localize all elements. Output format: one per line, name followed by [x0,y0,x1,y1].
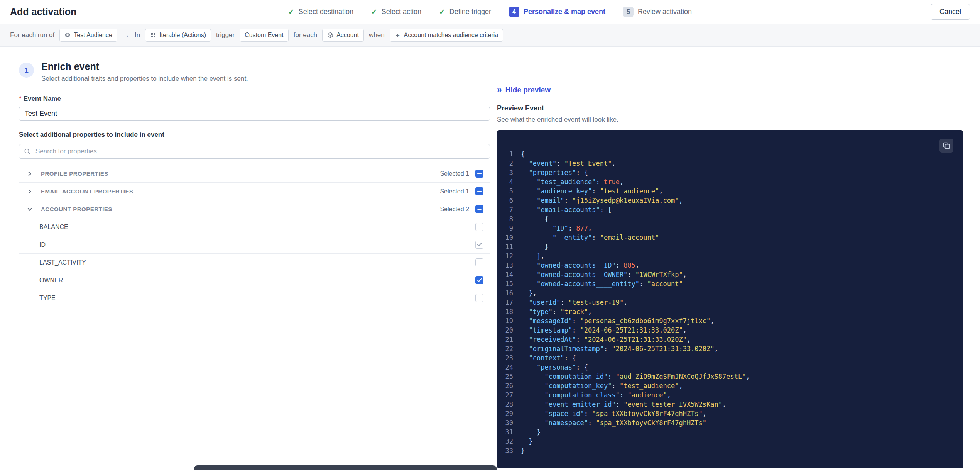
properties-accordion: PROFILE PROPERTIESSelected 1EMAIL-ACCOUN… [19,165,490,307]
trigger-text: when [369,31,385,39]
line-number: 12 [497,251,521,261]
checkbox[interactable] [475,241,483,249]
checkbox[interactable] [475,276,483,284]
trigger-text: In [135,31,140,39]
selected-count: Selected 1 [440,188,469,195]
checkbox[interactable] [475,170,483,178]
checkbox[interactable] [475,187,483,195]
property-row[interactable]: TYPE [19,289,490,307]
checkbox[interactable] [475,294,483,302]
trigger-bar: For each run ofTest Audience→InIterable … [0,24,980,47]
search-icon [24,148,31,155]
chevron-right-icon [27,189,32,194]
event-name-label-text: Event Name [24,95,61,103]
check-icon: ✓ [288,7,294,16]
check-icon: ✓ [439,7,445,16]
checkbox[interactable] [475,223,483,231]
property-group-row[interactable]: PROFILE PROPERTIESSelected 1 [19,165,490,183]
property-group-label: EMAIL-ACCOUNT PROPERTIES [41,188,133,195]
line-number: 5 [497,187,521,196]
line-number: 8 [497,214,521,224]
line-number: 22 [497,344,521,353]
property-group-row[interactable]: EMAIL-ACCOUNT PROPERTIESSelected 1 [19,183,490,200]
properties-search-input[interactable] [19,144,490,159]
property-label: ID [39,241,46,248]
checkbox[interactable] [475,205,483,213]
line-number: 26 [497,381,521,390]
section-title: Enrich event [41,61,248,72]
step-review-activation[interactable]: 5Review activation [623,7,692,17]
chip-label: Account [336,32,359,39]
preview-code-panel: 1{2 "event": "Test Event",3 "properties"… [497,130,963,468]
line-number: 15 [497,279,521,288]
chip-label: Iterable (Actions) [159,32,206,39]
chip-test-audience[interactable]: Test Audience [59,29,117,42]
line-number: 28 [497,400,521,409]
hide-preview-link[interactable]: » Hide preview [497,85,551,94]
chip-account-matches-audience-criteria[interactable]: +Account matches audience criteria [390,29,504,42]
line-number: 32 [497,437,521,446]
trigger-text: for each [294,31,317,39]
property-row[interactable]: ID [19,236,490,254]
enrich-section: 1 Enrich event Select additional traits … [19,61,490,307]
line-number: 23 [497,353,521,363]
required-marker: * [19,95,22,103]
hide-preview-label: Hide preview [505,86,551,94]
section-subtitle: Select additional traits and properties … [41,75,248,83]
line-number: 17 [497,298,521,307]
line-number: 19 [497,316,521,326]
property-row[interactable]: LAST_ACTIVITY [19,254,490,271]
step-select-destination[interactable]: ✓Select destination [288,7,353,16]
grid-icon [150,32,156,38]
property-row[interactable]: BALANCE [19,218,490,236]
page-title: Add activation [10,6,76,17]
selected-count: Selected 2 [440,206,469,213]
step-define-trigger[interactable]: ✓Define trigger [439,7,491,16]
copy-button[interactable] [939,139,953,153]
line-number: 3 [497,168,521,177]
trigger-text: trigger [216,31,235,39]
preview-title: Preview Event [497,104,963,112]
preview-code: 1{2 "event": "Test Event",3 "properties"… [497,149,953,455]
line-number: 25 [497,372,521,381]
chip-custom-event[interactable]: Custom Event [240,29,288,42]
line-number: 7 [497,205,521,214]
line-number: 9 [497,224,521,233]
chevron-right-icon [27,171,32,176]
chip-label: Custom Event [245,32,283,39]
selected-count: Selected 1 [440,170,469,177]
line-number: 16 [497,288,521,298]
property-label: BALANCE [39,224,68,231]
property-label: TYPE [39,295,56,302]
line-number: 2 [497,159,521,168]
event-name-label: * Event Name [19,95,490,103]
chip-iterable-actions-[interactable]: Iterable (Actions) [145,29,211,42]
step-label: Select action [382,8,421,16]
step-number-badge: 5 [623,7,634,17]
main-content: 1 Enrich event Select additional traits … [0,47,980,470]
line-number: 11 [497,242,521,251]
step-label: Define trigger [449,8,491,16]
line-number: 6 [497,196,521,205]
line-number: 31 [497,428,521,437]
property-label: LAST_ACTIVITY [39,259,86,266]
line-number: 33 [497,446,521,455]
cancel-button[interactable]: Cancel [931,4,970,20]
plus-icon: + [395,32,401,38]
line-number: 24 [497,363,521,372]
properties-search [19,144,490,159]
stepper: ✓Select destination✓Select action✓Define… [288,7,692,17]
line-number: 10 [497,233,521,242]
audience-icon [64,32,71,38]
line-number: 14 [497,270,521,279]
line-number: 29 [497,409,521,418]
step-label: Select destination [299,8,353,16]
property-row[interactable]: OWNER [19,271,490,289]
step-select-action[interactable]: ✓Select action [371,7,421,16]
step-personalize-map-event[interactable]: 4Personalize & map event [509,7,605,17]
line-number: 21 [497,335,521,344]
chip-account[interactable]: Account [322,29,364,42]
event-name-input[interactable] [19,107,490,121]
checkbox[interactable] [475,258,483,266]
property-group-row[interactable]: ACCOUNT PROPERTIESSelected 2 [19,200,490,218]
